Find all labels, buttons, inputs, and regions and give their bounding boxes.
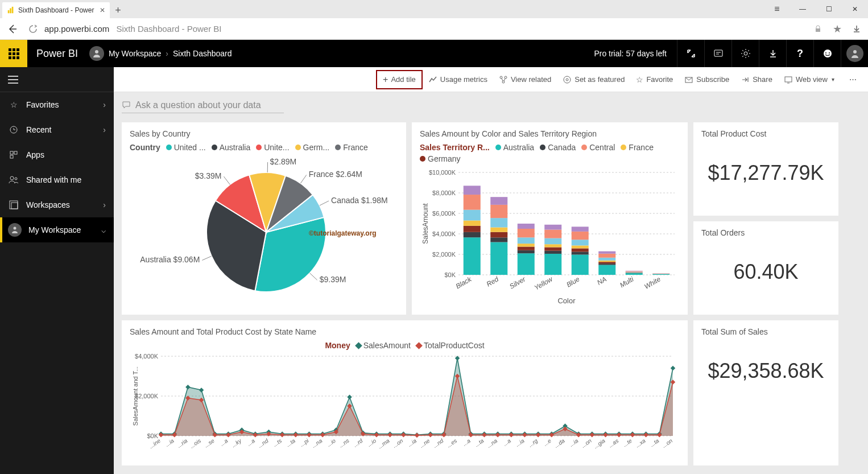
browser-tab[interactable]: Sixth Dashboard - Power ✕ — [2, 2, 110, 18]
svg-rect-62 — [490, 232, 507, 238]
svg-rect-182 — [415, 433, 419, 438]
svg-rect-17 — [785, 77, 792, 82]
svg-rect-86 — [572, 248, 589, 252]
user-avatar[interactable] — [841, 40, 868, 67]
sidebar-item-favorites[interactable]: ☆ Favorites› — [0, 92, 114, 117]
sidebar-item-workspaces[interactable]: Workspaces› — [0, 192, 114, 217]
svg-rect-82 — [544, 225, 561, 230]
sidebar-item-recent[interactable]: Recent› — [0, 117, 114, 142]
svg-point-10 — [853, 50, 857, 53]
svg-point-7 — [824, 50, 832, 57]
svg-text:...ma: ...ma — [377, 437, 391, 450]
sidebar-item-apps[interactable]: Apps — [0, 142, 114, 167]
app-launcher-button[interactable] — [0, 40, 27, 67]
lock-icon[interactable] — [812, 23, 824, 35]
tile-total-orders[interactable]: Total Orders 60.40K — [693, 221, 838, 315]
bar-legend: Sales Territory R... Australia Canada Ce… — [420, 143, 680, 163]
sidebar-toggle[interactable] — [0, 67, 114, 92]
favorite-button[interactable]: ☆Favorite — [630, 72, 679, 88]
svg-text:Yellow: Yellow — [533, 275, 555, 292]
url-text[interactable]: app.powerbi.com Sixth Dashboard - Power … — [44, 24, 812, 34]
tile-sales-by-country[interactable]: Sales by Country Country United ... Aust… — [122, 122, 406, 315]
help-button[interactable]: ? — [786, 40, 813, 67]
qna-input[interactable]: Ask a question about your data — [114, 92, 868, 118]
svg-text:$4,000K: $4,000K — [135, 353, 159, 360]
svg-text:...ne: ...ne — [419, 437, 432, 448]
svg-rect-79 — [544, 244, 561, 247]
back-button[interactable] — [6, 22, 19, 36]
svg-rect-1 — [10, 9, 11, 14]
breadcrumb-root[interactable]: My Workspace — [109, 49, 161, 58]
download-icon[interactable] — [851, 23, 862, 35]
svg-rect-162 — [671, 366, 675, 370]
tile-title: Sales Amount by Color and Sales Territor… — [420, 129, 680, 138]
svg-rect-95 — [598, 261, 615, 262]
svg-rect-54 — [464, 226, 481, 232]
share-button[interactable]: Share — [735, 72, 778, 88]
workspaces-icon — [8, 199, 19, 211]
window-close-button[interactable]: ✕ — [842, 0, 868, 18]
svg-rect-105 — [626, 271, 643, 272]
powerbi-logo[interactable]: Power BI — [36, 48, 78, 60]
refresh-button[interactable] — [27, 23, 39, 35]
toolbar-more-button[interactable]: ⋯ — [844, 72, 862, 87]
address-bar: app.powerbi.com Sixth Dashboard - Power … — [0, 18, 868, 40]
window-maximize-button[interactable]: ☐ — [816, 0, 842, 18]
fullscreen-button[interactable] — [677, 40, 704, 67]
svg-rect-52 — [464, 237, 481, 275]
svg-text:...es: ...es — [445, 438, 458, 449]
download-button[interactable] — [759, 40, 786, 67]
tile-total-product-cost[interactable]: Total Product Cost $17,277.79K — [693, 122, 838, 216]
svg-text:$2,000K: $2,000K — [432, 251, 456, 258]
svg-text:$10,000K: $10,000K — [429, 169, 456, 176]
tile-sales-by-state[interactable]: Sales Amount and Total Product Cost by S… — [122, 320, 688, 465]
web-view-button[interactable]: Web view▾ — [778, 72, 840, 88]
svg-point-26 — [14, 227, 16, 230]
svg-point-11 — [500, 76, 502, 79]
browser-menu-button[interactable]: ≡ — [763, 0, 790, 18]
tab-close-icon[interactable]: ✕ — [100, 6, 105, 14]
sidebar-item-shared[interactable]: Shared with me — [0, 167, 114, 192]
svg-rect-63 — [490, 228, 507, 232]
svg-rect-97 — [598, 254, 615, 258]
usage-metrics-button[interactable]: Usage metrics — [423, 72, 493, 88]
new-tab-button[interactable]: + — [110, 2, 126, 18]
svg-text:...on: ...on — [580, 437, 593, 448]
add-tile-button[interactable]: +Add tile — [376, 70, 423, 89]
svg-text:...io: ...io — [366, 437, 378, 448]
tile-total-sales[interactable]: Total Sum of Sales $29,358.68K — [693, 320, 838, 465]
set-featured-button[interactable]: Set as featured — [557, 72, 630, 88]
line-chart: $0K$2,000K$4,000KSalesAmount and T......… — [130, 353, 681, 456]
breadcrumb-current[interactable]: Sixth Dashboard — [173, 49, 232, 58]
card-value: 60.40K — [701, 260, 830, 284]
notifications-button[interactable] — [704, 40, 731, 67]
trial-status: Pro trial: 57 days left — [584, 49, 677, 58]
people-icon — [8, 174, 19, 186]
svg-rect-19 — [10, 151, 13, 154]
svg-text:...nd: ...nd — [257, 437, 270, 448]
svg-rect-76 — [544, 254, 561, 275]
tile-sales-by-color[interactable]: Sales Amount by Color and Sales Territor… — [412, 122, 688, 315]
svg-rect-2 — [12, 7, 14, 13]
svg-text:...a: ...a — [461, 437, 472, 447]
svg-rect-96 — [598, 258, 615, 261]
view-related-button[interactable]: View related — [493, 72, 557, 88]
svg-rect-88 — [572, 240, 589, 245]
subscribe-button[interactable]: Subscribe — [679, 72, 735, 88]
svg-rect-3 — [816, 28, 820, 32]
svg-text:Australia $9.06M: Australia $9.06M — [140, 255, 200, 264]
svg-text:France $2.64M: France $2.64M — [309, 170, 362, 179]
settings-button[interactable] — [731, 40, 759, 67]
svg-text:...ria: ...ria — [176, 437, 189, 448]
window-minimize-button[interactable]: — — [790, 0, 816, 18]
tab-chart-icon — [7, 6, 15, 14]
svg-text:...xa: ...xa — [634, 437, 647, 448]
svg-point-12 — [505, 76, 507, 79]
pie-legend: Country United ... Australia Unite... Ge… — [130, 143, 398, 152]
feedback-button[interactable] — [813, 40, 841, 67]
svg-text:...ns: ...ns — [338, 438, 350, 449]
sidebar-item-my-workspace[interactable]: My Workspace⌵ — [0, 217, 114, 242]
tile-title: Sales by Country — [130, 129, 398, 138]
star-icon[interactable]: ★ — [832, 23, 843, 35]
svg-rect-73 — [518, 229, 535, 237]
